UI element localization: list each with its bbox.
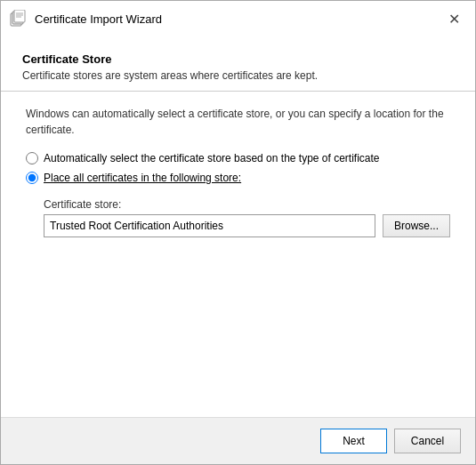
radio-item-auto[interactable]: Automatically select the certificate sto…	[26, 152, 450, 164]
browse-button[interactable]: Browse...	[383, 214, 450, 237]
dialog-window: Certificate Import Wizard ✕ Certificate …	[0, 0, 476, 465]
svg-rect-2	[14, 10, 25, 22]
radio-manual[interactable]	[26, 172, 38, 184]
cert-store-label: Certificate store:	[44, 198, 450, 211]
wizard-icon	[8, 9, 28, 28]
dialog-title: Certificate Import Wizard	[35, 12, 162, 26]
next-button[interactable]: Next	[320, 429, 387, 453]
radio-auto-label: Automatically select the certificate sto…	[44, 152, 380, 164]
title-bar-left: Certificate Import Wizard	[8, 9, 162, 28]
main-content: Windows can automatically select a certi…	[1, 92, 475, 252]
intro-text: Windows can automatically select a certi…	[26, 106, 450, 138]
section-title: Certificate Store	[22, 52, 454, 66]
cert-store-section: Certificate store: Browse...	[44, 198, 450, 237]
section-description: Certificate stores are system areas wher…	[22, 69, 454, 82]
radio-group: Automatically select the certificate sto…	[26, 152, 450, 184]
cancel-button[interactable]: Cancel	[394, 429, 461, 453]
radio-item-manual[interactable]: Place all certificates in the following …	[26, 172, 450, 184]
radio-manual-label: Place all certificates in the following …	[44, 172, 241, 184]
footer: Next Cancel	[1, 417, 475, 464]
content-area: Certificate Store Certificate stores are…	[1, 36, 475, 417]
radio-auto[interactable]	[26, 152, 38, 164]
cert-store-input[interactable]	[44, 214, 375, 237]
cert-store-row: Browse...	[44, 214, 450, 237]
section-header: Certificate Store Certificate stores are…	[1, 36, 475, 91]
title-bar: Certificate Import Wizard ✕	[1, 1, 475, 36]
close-button[interactable]: ✕	[443, 8, 464, 29]
